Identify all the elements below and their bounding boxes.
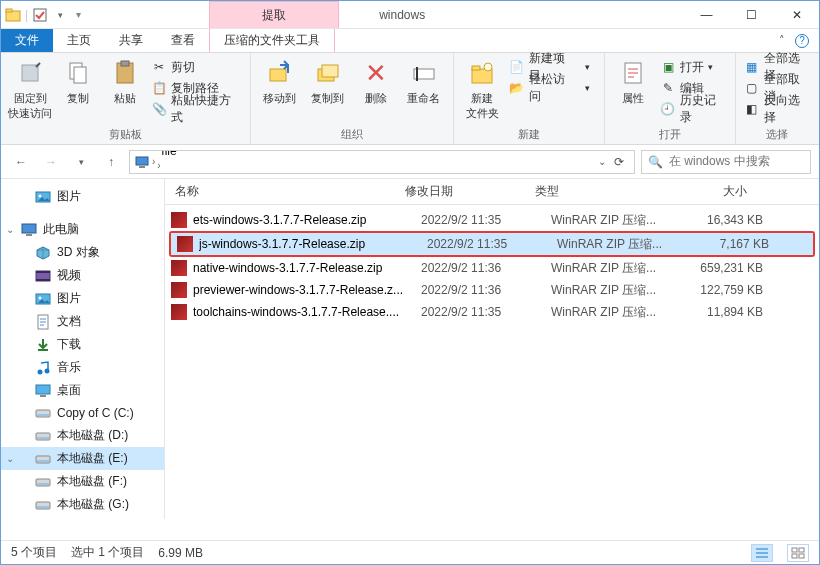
svg-rect-33 — [40, 395, 46, 397]
copy-button[interactable]: 复制 — [57, 57, 98, 106]
pin-quickaccess-button[interactable]: 固定到 快速访问 — [9, 57, 51, 121]
tab-compressed-tools[interactable]: 压缩的文件夹工具 — [209, 29, 335, 52]
table-row[interactable]: native-windows-3.1.7.7-Release.zip2022/9… — [165, 257, 819, 279]
properties-button[interactable]: 属性 — [613, 57, 654, 106]
nav-item-label: 3D 对象 — [57, 244, 100, 261]
tab-file[interactable]: 文件 — [1, 29, 53, 52]
crumb[interactable]: file — [157, 150, 236, 158]
nav-item[interactable]: ⌄本地磁盘 (E:) — [1, 447, 164, 470]
tab-share[interactable]: 共享 — [105, 29, 157, 52]
ribbon-collapse-icon[interactable]: ˄ — [779, 34, 785, 47]
nav-item[interactable]: 本地磁盘 (G:) — [1, 493, 164, 516]
svg-rect-29 — [38, 349, 48, 351]
file-name: toolchains-windows-3.1.7.7-Release.... — [193, 305, 421, 319]
nav-item[interactable]: 图片 — [1, 287, 164, 310]
doc-icon — [35, 314, 51, 330]
video-icon — [35, 268, 51, 284]
nav-item[interactable]: 3D 对象 — [1, 241, 164, 264]
chevron-right-icon[interactable]: › — [157, 160, 160, 171]
column-type[interactable]: 类型 — [535, 183, 665, 200]
breadcrumb[interactable]: › 此电脑›本地磁盘 (E:)›file›code›ohos-sdk›windo… — [129, 150, 635, 174]
column-date[interactable]: 修改日期 — [405, 183, 535, 200]
minimize-button[interactable]: — — [684, 1, 729, 28]
tab-view[interactable]: 查看 — [157, 29, 209, 52]
expander-icon[interactable]: ⌄ — [5, 453, 15, 464]
rename-button[interactable]: 重命名 — [403, 57, 445, 106]
open-button[interactable]: ▣打开▾ — [660, 57, 727, 77]
svg-point-30 — [38, 369, 43, 374]
invert-selection-button[interactable]: ◧反向选择 — [744, 99, 811, 119]
paste-icon — [109, 57, 141, 89]
refresh-button[interactable]: ⟳ — [608, 155, 630, 169]
nav-item[interactable]: 本地磁盘 (D:) — [1, 424, 164, 447]
expander-icon[interactable]: ⌄ — [5, 224, 15, 235]
crumb[interactable]: code — [157, 172, 236, 174]
file-name: js-windows-3.1.7.7-Release.zip — [199, 237, 427, 251]
chevron-right-icon[interactable]: › — [152, 156, 155, 167]
svg-rect-22 — [26, 234, 32, 236]
paste-button[interactable]: 粘贴 — [104, 57, 145, 106]
ribbon-group-select: ▦全部选择 ▢全部取消 ◧反向选择 选择 — [736, 53, 819, 144]
moveto-button[interactable]: 移动到 — [259, 57, 301, 106]
nav-item[interactable]: 文档 — [1, 310, 164, 333]
file-size: 16,343 KB — [681, 213, 781, 227]
up-button[interactable]: ↑ — [99, 150, 123, 174]
navigation-pane[interactable]: 图片⌄此电脑3D 对象视频图片文档下载音乐桌面Copy of C (C:)本地磁… — [1, 179, 165, 519]
delete-button[interactable]: ✕删除 — [355, 57, 397, 106]
breadcrumb-dropdown-icon[interactable]: ⌄ — [598, 156, 606, 167]
table-row[interactable]: previewer-windows-3.1.7.7-Release.z...20… — [165, 279, 819, 301]
nav-item-label: 音乐 — [57, 359, 81, 376]
cut-button[interactable]: ✂剪切 — [151, 57, 241, 77]
nav-item[interactable]: Copy of C (C:) — [1, 402, 164, 424]
nav-item-label: 图片 — [57, 290, 81, 307]
nav-item[interactable]: 桌面 — [1, 379, 164, 402]
nav-item[interactable]: 下载 — [1, 333, 164, 356]
qat-overflow[interactable]: ▾ — [72, 9, 85, 20]
easy-access-button[interactable]: 📂轻松访问▾ — [509, 78, 596, 98]
svg-rect-18 — [139, 166, 145, 168]
chevron-down-icon[interactable]: ▾ — [52, 7, 68, 23]
nav-item[interactable]: ⌄此电脑 — [1, 218, 164, 241]
copyto-button[interactable]: 复制到 — [307, 57, 349, 106]
icons-view-button[interactable] — [787, 544, 809, 562]
nav-item-label: 此电脑 — [43, 221, 79, 238]
checkbox-icon[interactable] — [32, 7, 48, 23]
status-selection: 选中 1 个项目 — [71, 544, 144, 561]
back-button[interactable]: ← — [9, 150, 33, 174]
svg-rect-17 — [136, 157, 148, 165]
properties-icon — [617, 57, 649, 89]
zip-file-icon — [177, 236, 193, 252]
search-placeholder: 在 windows 中搜索 — [669, 153, 770, 170]
tab-home[interactable]: 主页 — [53, 29, 105, 52]
nav-item[interactable]: 图片 — [1, 185, 164, 208]
nav-item[interactable]: 音乐 — [1, 356, 164, 379]
column-name[interactable]: 名称 — [165, 183, 405, 200]
nav-item-label: Copy of C (C:) — [57, 406, 134, 420]
details-view-button[interactable] — [751, 544, 773, 562]
help-icon[interactable]: ? — [795, 34, 809, 48]
delete-icon: ✕ — [360, 57, 392, 89]
svg-rect-5 — [74, 67, 86, 83]
column-headers[interactable]: 名称 修改日期 类型 大小 — [165, 179, 819, 205]
close-button[interactable]: ✕ — [774, 1, 819, 28]
table-row[interactable]: toolchains-windows-3.1.7.7-Release....20… — [165, 301, 819, 323]
nav-item-label: 本地磁盘 (E:) — [57, 450, 128, 467]
svg-rect-10 — [322, 65, 338, 77]
maximize-button[interactable]: ☐ — [729, 1, 774, 28]
new-folder-button[interactable]: 新建 文件夹 — [462, 57, 503, 121]
table-row[interactable]: ets-windows-3.1.7.7-Release.zip2022/9/2 … — [165, 209, 819, 231]
history-button[interactable]: 🕘历史记录 — [660, 99, 727, 119]
forward-button[interactable]: → — [39, 150, 63, 174]
column-size[interactable]: 大小 — [665, 183, 765, 200]
svg-rect-37 — [37, 437, 49, 439]
table-row[interactable]: js-windows-3.1.7.7-Release.zip2022/9/2 1… — [171, 233, 813, 255]
nav-item[interactable]: 本地磁盘 (F:) — [1, 470, 164, 493]
zip-file-icon — [171, 260, 187, 276]
nav-item[interactable]: 视频 — [1, 264, 164, 287]
invert-icon: ◧ — [744, 101, 760, 117]
file-type: 2022/9/2 11:36 — [421, 261, 551, 275]
picture-icon — [35, 189, 51, 205]
search-input[interactable]: 🔍 在 windows 中搜索 — [641, 150, 811, 174]
paste-shortcut-button[interactable]: 📎粘贴快捷方式 — [151, 99, 241, 119]
recent-locations-button[interactable]: ▾ — [69, 150, 93, 174]
